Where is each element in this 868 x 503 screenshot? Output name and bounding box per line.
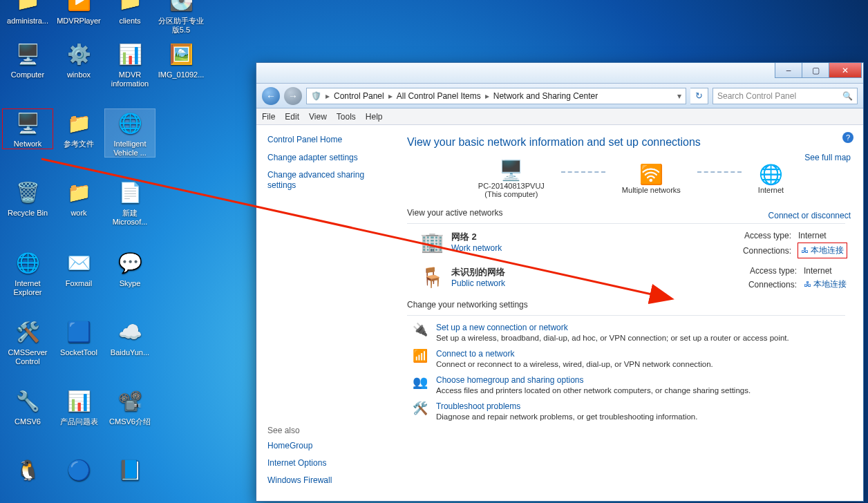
task-link[interactable]: Set up a new connection or network (436, 323, 568, 332)
close-button[interactable]: ✕ (829, 63, 862, 78)
task-icon: 📶 (413, 348, 428, 363)
desktop-icon[interactable]: 💽分区助手专业版5.5 (156, 0, 206, 34)
network-1-name: 网络 2 (451, 231, 502, 243)
desktop-icon[interactable]: 📽️CMSV6介绍 (105, 387, 155, 426)
desktop-icon[interactable]: 🗑️Recycle Bin (3, 178, 53, 218)
menubar: File Edit View Tools Help (256, 108, 863, 125)
app-icon: 📁 (65, 178, 93, 206)
task-item: 🛠️Troubleshoot problemsDiagnose and repa… (413, 401, 851, 421)
desktop-icon[interactable]: 📁administra... (3, 0, 53, 26)
task-icon: 🔌 (413, 322, 428, 337)
task-item: 📶Connect to a networkConnect or reconnec… (413, 349, 851, 368)
desktop-icon[interactable]: 📊MDVR information (105, 40, 155, 88)
network-2-type[interactable]: Public network (451, 278, 505, 288)
desktop-icon[interactable]: 📁参考文件 (54, 109, 104, 149)
desktop-icon[interactable]: 🌐Internet Explorer (3, 249, 53, 296)
desktop-icon[interactable]: 🖥️Computer (3, 40, 53, 79)
sidebar-link-inetopt[interactable]: Internet Options (267, 458, 384, 468)
icon-label: clients (105, 17, 155, 26)
maximize-button[interactable]: ▢ (802, 63, 829, 78)
node-multi: Multiple networks (622, 186, 681, 194)
sidebar-link-adapter[interactable]: Change adapter settings (267, 153, 384, 163)
desktop-icon[interactable]: 🖼️IMG_01092... (156, 40, 206, 79)
icon-label: Recycle Bin (3, 209, 53, 218)
desktop-icon[interactable]: 📊产品问题表 (54, 387, 104, 426)
task-link[interactable]: Choose homegroup and sharing options (436, 375, 583, 385)
task-link[interactable]: Troubleshoot problems (436, 401, 520, 411)
app-icon: 🛠️ (14, 318, 41, 345)
connect-disconnect-link[interactable]: Connect or disconnect (768, 211, 851, 220)
icon-label: CMSV6 (3, 417, 53, 426)
nav-back-button[interactable]: ← (262, 87, 280, 105)
search-icon: 🔍 (842, 91, 853, 101)
node-internet: Internet (758, 186, 784, 194)
icon-label: Computer (3, 70, 53, 79)
desktop-icon[interactable]: 🔧CMSV6 (3, 387, 53, 426)
menu-tools[interactable]: Tools (337, 112, 356, 122)
desktop-icon[interactable]: 📁work (54, 178, 104, 218)
menu-help[interactable]: Help (366, 112, 383, 122)
icon-label: CMSServer Control (3, 348, 53, 366)
task-desc: Access files and printers located on oth… (436, 386, 751, 395)
nav-forward-button[interactable]: → (284, 87, 302, 105)
internet-icon: 🌐 (758, 162, 784, 186)
icon-label: SocketTool (54, 348, 104, 357)
network-1-connection-link[interactable]: 🖧本地连接 (798, 243, 847, 258)
app-icon: 🗑️ (14, 178, 41, 206)
icon-label: MDVRPlayer (54, 17, 104, 26)
address-bar[interactable]: 🛡️ ▸ Control Panel ▸ All Control Panel I… (306, 88, 686, 104)
desktop-icon[interactable]: ⚙️winbox (54, 40, 104, 79)
desktop-icon[interactable]: 🔵 (54, 456, 104, 486)
computer-icon: 🖥️ (478, 158, 545, 182)
icon-label: 新建 Microsof... (105, 209, 155, 226)
app-icon: 🖥️ (14, 40, 41, 68)
minimize-button[interactable]: – (775, 63, 802, 78)
desktop-icon[interactable]: 🖥️Network (3, 109, 53, 149)
sidebar-link-firewall[interactable]: Windows Firewall (267, 475, 384, 486)
menu-file[interactable]: File (262, 112, 275, 122)
refresh-button[interactable]: ↻ (690, 88, 708, 104)
menu-view[interactable]: View (309, 112, 327, 122)
menu-edit[interactable]: Edit (285, 112, 299, 122)
task-desc: Connect or reconnect to a wireless, wire… (436, 360, 713, 368)
titlebar[interactable]: – ▢ ✕ (256, 63, 863, 84)
desktop-icon[interactable]: ☁️BaiduYun... (105, 318, 155, 357)
icon-label: BaiduYun... (105, 348, 155, 357)
sidebar-home-link[interactable]: Control Panel Home (267, 135, 384, 144)
desktop-icon[interactable]: 💬Skype (105, 249, 155, 288)
chevron-down-icon[interactable]: ▾ (677, 91, 681, 101)
icon-label: 产品问题表 (54, 417, 104, 426)
desktop-icon[interactable]: 📄新建 Microsof... (105, 178, 155, 226)
desktop-icon[interactable]: 🌐Intelligent Vehicle ... (105, 109, 155, 157)
app-icon: 📁 (116, 0, 144, 14)
icon-label: 分区助手专业版5.5 (156, 17, 206, 34)
app-icon: 🐧 (14, 456, 41, 484)
app-icon: 🌐 (116, 109, 144, 137)
task-desc: Diagnose and repair network problems, or… (436, 412, 697, 421)
network-sharing-window: – ▢ ✕ ← → 🛡️ ▸ Control Panel ▸ All Contr… (256, 62, 864, 502)
search-input[interactable]: Search Control Panel 🔍 (713, 88, 858, 104)
desktop-icon[interactable]: 🛠️CMSServer Control (3, 318, 53, 366)
desktop-icon[interactable]: 🐧 (3, 456, 53, 486)
task-link[interactable]: Connect to a network (436, 349, 514, 359)
breadcrumb-3[interactable]: Network and Sharing Center (493, 91, 598, 101)
network-2-access: Internet (804, 266, 847, 276)
app-icon: 💽 (167, 0, 195, 14)
desktop-icon[interactable]: ✉️Foxmail (54, 249, 104, 288)
desktop-icon[interactable]: 📁clients (105, 0, 155, 26)
desktop-icon[interactable]: ▶️MDVRPlayer (54, 0, 104, 26)
network-2-connection-link[interactable]: 🖧本地连接 (804, 278, 847, 290)
breadcrumb-2[interactable]: All Control Panel Items (397, 91, 481, 101)
breadcrumb-1[interactable]: Control Panel (334, 91, 384, 101)
network-2-name: 未识别的网络 (451, 266, 505, 278)
help-icon[interactable]: ? (842, 132, 853, 143)
network-1-access: Internet (798, 231, 847, 240)
network-1-type[interactable]: Work network (451, 243, 502, 253)
network-2: 🪑 未识别的网络 Public network Access type: Int… (413, 266, 851, 290)
desktop-icon[interactable]: 📘 (105, 456, 155, 486)
sidebar-link-homegroup[interactable]: HomeGroup (267, 441, 384, 451)
sidebar-link-sharing[interactable]: Change advanced sharing settings (267, 170, 384, 191)
desktop-icon[interactable]: 🟦SocketTool (54, 318, 104, 357)
see-also-label: See also (267, 426, 384, 435)
full-map-link[interactable]: See full map (804, 153, 851, 162)
